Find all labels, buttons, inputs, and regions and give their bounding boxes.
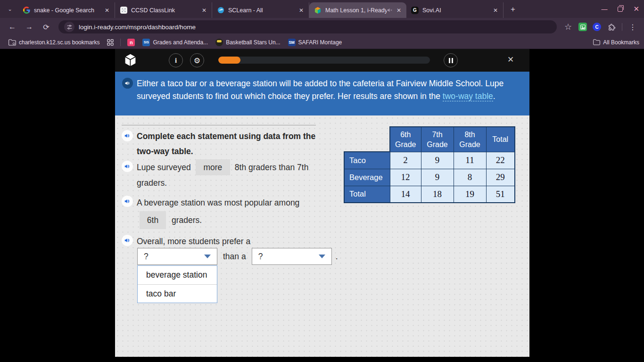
- bookmark-label: SAFARI Montage: [298, 39, 342, 46]
- option-beverage-station[interactable]: beverage station: [138, 266, 217, 284]
- lesson-progress-fill: [218, 57, 240, 64]
- all-bookmarks-button[interactable]: All Bookmarks: [593, 39, 639, 46]
- intro-period: .: [493, 91, 495, 101]
- all-bookmarks-label: All Bookmarks: [603, 39, 639, 46]
- caret-down-icon: [319, 255, 325, 258]
- bookmark-label: Basketball Stars Un...: [226, 39, 280, 46]
- settings-gear-button[interactable]: ⚙: [190, 53, 204, 67]
- lesson-close-button[interactable]: ✕: [507, 55, 514, 65]
- tab-google-search[interactable]: snake - Google Search ✕: [18, 2, 115, 18]
- tab-close-icon[interactable]: ✕: [297, 7, 305, 14]
- statement1-speaker-button[interactable]: [122, 161, 133, 172]
- statement3-terminator: .: [336, 252, 338, 262]
- col-header-total: Total: [486, 127, 515, 152]
- question-area: Complete each statement using data from …: [115, 115, 529, 357]
- tab-ccsd-classlink[interactable]: CCSD ClassLink ✕: [115, 2, 212, 18]
- bookmark-safari-montage[interactable]: SM SAFARI Montage: [284, 37, 346, 48]
- dropdown-value: ?: [144, 252, 149, 262]
- intro-speaker-button[interactable]: [122, 78, 133, 89]
- sm-letters: SM: [289, 40, 295, 45]
- row-label-taco: Taco: [344, 152, 390, 169]
- cell-taco-7th: 9: [421, 152, 454, 169]
- managed-bookmarks-folder[interactable]: charleston.k12.sc.us bookmarks: [5, 37, 103, 48]
- new-tab-button[interactable]: +: [506, 3, 520, 16]
- classlink-extension-icon[interactable]: C: [593, 23, 601, 31]
- tab-search-button[interactable]: ⌄: [3, 2, 17, 16]
- bookmarks-divider: [120, 39, 121, 46]
- statement3-dropdown-row: ? than a ? .: [137, 248, 338, 265]
- speaker-icon: [124, 198, 131, 205]
- url-text: login.i-ready.com/mspro/dashboard/home: [79, 24, 196, 31]
- cell-taco-6th: 2: [390, 152, 421, 169]
- sis-icon: SIS: [142, 39, 150, 46]
- apps-grid-button[interactable]: [103, 37, 117, 48]
- browser-menu-icon[interactable]: ⋮: [628, 22, 637, 32]
- tab-close-icon[interactable]: ✕: [395, 7, 403, 14]
- caret-down-icon: [204, 255, 211, 258]
- dropdown-options-list: beverage station taco bar: [137, 265, 217, 303]
- speaker-icon: [124, 80, 131, 86]
- statement3-connector: than a: [223, 252, 246, 262]
- tab-close-icon[interactable]: ✕: [103, 7, 111, 14]
- bookmark-grades[interactable]: SIS Grades and Attenda...: [139, 37, 212, 48]
- pause-button[interactable]: [444, 53, 458, 67]
- sovi-letter: G: [413, 8, 417, 13]
- col-header-6th: 6th Grade: [390, 127, 421, 152]
- tab-title: SCLearn - All: [228, 7, 297, 14]
- minimize-button[interactable]: —: [601, 6, 607, 13]
- statement3-speaker-button[interactable]: [122, 235, 133, 246]
- tab-sclearn[interactable]: SCLearn - All ✕: [212, 2, 309, 18]
- reload-button[interactable]: ⟳: [40, 20, 53, 33]
- two-way-table-link[interactable]: two-way table: [443, 91, 493, 101]
- screenreader-extension-icon[interactable]: [578, 23, 587, 31]
- tab-sovi-ai[interactable]: G Sovi.AI ✕: [406, 2, 504, 18]
- restore-button[interactable]: [618, 7, 623, 12]
- statement1-answer-chip[interactable]: more: [196, 159, 230, 175]
- bookmark-basketball-stars[interactable]: Basketball Stars Un...: [212, 37, 284, 48]
- speaker-icon: [124, 163, 131, 170]
- dropdown-value: ?: [258, 252, 263, 262]
- cell-beverage-total: 29: [486, 169, 515, 186]
- col-header-7th: 7th Grade: [421, 127, 454, 152]
- browser-toolbar: ← → ⟳ login.i-ready.com/mspro/dashboard/…: [0, 18, 644, 36]
- table-blank-corner: [344, 127, 390, 152]
- tab-muted-speaker-icon[interactable]: [387, 7, 393, 13]
- site-settings-icon[interactable]: [64, 22, 74, 32]
- tab-title: Math Lesson 1, i-Ready: [325, 7, 387, 14]
- tab-iready-active[interactable]: Math Lesson 1, i-Ready ✕: [309, 2, 406, 18]
- forward-button[interactable]: →: [23, 20, 36, 33]
- bookmark-n[interactable]: n: [124, 37, 139, 48]
- dropdown-first-choice[interactable]: ?: [137, 248, 217, 265]
- info-icon: i: [175, 57, 177, 65]
- statement1-before: Lupe surveyed: [137, 163, 191, 172]
- option-taco-bar[interactable]: taco bar: [138, 284, 217, 303]
- divider-line: [122, 125, 316, 125]
- lesson-header: i ⚙ ✕: [115, 49, 529, 72]
- tab-close-icon[interactable]: ✕: [200, 7, 208, 14]
- window-controls: — ✕: [601, 0, 644, 18]
- tab-close-icon[interactable]: ✕: [492, 7, 499, 14]
- cell-beverage-8th: 8: [454, 169, 486, 186]
- prompt-speaker-button[interactable]: [122, 130, 133, 141]
- dropdown-second-choice[interactable]: ?: [252, 248, 332, 265]
- google-icon: [23, 7, 30, 14]
- sclearn-icon: [217, 7, 224, 14]
- two-way-table: 6th Grade 7th Grade 8th Grade Total Taco…: [344, 126, 515, 203]
- toolbar-divider: [622, 23, 622, 31]
- classlink-icon: [120, 7, 127, 14]
- gear-icon: ⚙: [194, 56, 200, 65]
- window-close-button[interactable]: ✕: [633, 5, 639, 13]
- statement2-answer-chip[interactable]: 6th: [140, 211, 166, 229]
- extensions-puzzle-icon[interactable]: [607, 22, 616, 32]
- back-button[interactable]: ←: [6, 20, 19, 33]
- basketball-icon: [215, 39, 223, 46]
- info-button[interactable]: i: [169, 53, 183, 67]
- sovi-icon: G: [411, 7, 419, 14]
- address-bar[interactable]: login.i-ready.com/mspro/dashboard/home: [58, 20, 557, 33]
- statement3-lead: Overall, more students prefer a: [137, 234, 330, 249]
- bookmark-star-icon[interactable]: ☆: [563, 22, 573, 32]
- prompt-text: Complete each statement using data from …: [137, 129, 330, 159]
- statement2-speaker-button[interactable]: [122, 196, 133, 207]
- chevron-down-icon: ⌄: [8, 6, 12, 12]
- tab-strip: ⌄ snake - Google Search ✕ CCSD ClassLink…: [0, 0, 644, 18]
